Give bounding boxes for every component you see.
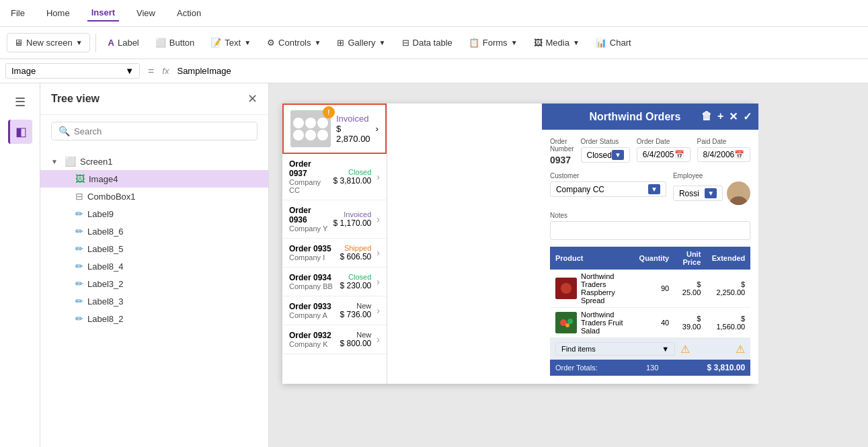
amount-3: $ 230.00	[340, 281, 372, 290]
new-screen-button[interactable]: 🖥 New screen ▼	[7, 33, 90, 52]
tree-content: ▼ ⬜ Screen1 🖼 Image4 ⊟ ComboBox1 ✏ Label…	[40, 147, 268, 447]
chart-label: Chart	[610, 38, 631, 48]
detail-header-actions: 🗑 + ✕ ✓	[701, 110, 752, 123]
employee-input[interactable]: Rossi ▼	[673, 186, 723, 201]
tree-item-label9[interactable]: ✏ Label9	[40, 205, 268, 222]
tree-item-label8-6[interactable]: ✏ Label8_6	[40, 222, 268, 240]
controls-button[interactable]: ⚙ Controls ▼	[260, 34, 327, 52]
product-thumb-1	[555, 312, 577, 333]
gallery-button[interactable]: ⊞ Gallery ▼	[330, 34, 392, 52]
label-icon-8-4: ✏	[75, 261, 83, 272]
label-icon: A	[108, 38, 114, 48]
main-layout: ☰ ◧ Tree view ✕ 🔍 ▼ ⬜ Screen1 🖼 Image4	[0, 83, 868, 447]
amount-4: $ 736.00	[340, 310, 372, 319]
find-items-dropdown[interactable]: Find items ▼	[555, 342, 675, 356]
label8-2-label: Label8_2	[87, 314, 124, 324]
tree-item-label3-2[interactable]: ✏ Label3_2	[40, 275, 268, 292]
gallery-item-3[interactable]: Order 0934 Company BB Closed $ 230.00 ›	[282, 268, 387, 296]
order-date-value: 6/4/2005	[643, 150, 674, 159]
close-action-icon[interactable]: ✕	[729, 110, 738, 123]
forms-button[interactable]: 📋 Forms ▼	[462, 34, 524, 52]
controls-chevron-icon: ▼	[315, 39, 321, 46]
employee-label: Employee	[673, 172, 750, 179]
col-extended: Extended	[706, 247, 750, 270]
order-date-input[interactable]: 6/4/2005 📅	[637, 147, 691, 162]
menu-insert[interactable]: Insert	[87, 5, 119, 22]
company-2: Company I	[289, 253, 335, 261]
order-date-label: Order Date	[637, 138, 691, 145]
first-item-amount: $ 2,870.00	[336, 124, 370, 144]
menu-home[interactable]: Home	[42, 5, 74, 21]
label-label: Label	[118, 38, 139, 48]
menu-view[interactable]: View	[132, 5, 159, 21]
order-num-4: Order 0933	[289, 302, 335, 311]
order-info-2: Order 0935 Company I	[289, 244, 335, 261]
tree-close-button[interactable]: ✕	[247, 91, 258, 106]
new-screen-label: New screen	[26, 38, 73, 48]
label-button[interactable]: A Label	[102, 34, 146, 52]
add-icon[interactable]: +	[717, 110, 723, 123]
paid-date-calendar-icon: 📅	[734, 150, 744, 159]
text-button[interactable]: 📝 Text ▼	[204, 34, 258, 52]
tree-item-label8-2[interactable]: ✏ Label8_2	[40, 310, 268, 327]
formula-dropdown[interactable]: Image ▼	[5, 63, 140, 79]
amount-2: $ 606.50	[340, 252, 372, 261]
search-box: 🔍	[51, 122, 258, 140]
combobox-icon: ⊟	[75, 191, 83, 202]
monitor-icon: 🖥	[14, 38, 23, 48]
form-row-1: Order Number 0937 Order Status Closed ▼	[550, 138, 750, 165]
menu-action[interactable]: Action	[173, 5, 205, 21]
gallery-item-4[interactable]: Order 0933 Company A New $ 736.00 ›	[282, 296, 387, 325]
chart-button[interactable]: 📊 Chart	[589, 34, 638, 52]
totals-amount: $ 3,810.00	[707, 363, 746, 372]
order-status-input[interactable]: Closed ▼	[581, 147, 630, 163]
sidebar-menu-icon[interactable]: ☰	[8, 90, 32, 114]
tree-item-label8-5[interactable]: ✏ Label8_5	[40, 240, 268, 257]
image-placeholder: !	[290, 110, 331, 147]
gallery-item-2[interactable]: Order 0935 Company I Shipped $ 606.50 ›	[282, 239, 387, 268]
data-table-button[interactable]: ⊟ Data table	[395, 34, 459, 52]
notes-input[interactable]	[550, 221, 750, 240]
order-right-2: Shipped $ 606.50	[340, 244, 372, 261]
product-row-1: Northwind Traders Fruit Salad 40 $ 39.00…	[550, 308, 750, 338]
gallery-first-item[interactable]: ! Invoiced $ 2,870.00 ›	[282, 104, 387, 154]
tree-item-screen1[interactable]: ▼ ⬜ Screen1	[40, 153, 268, 170]
delete-icon[interactable]: 🗑	[701, 110, 712, 123]
product-img-1	[555, 312, 577, 333]
menu-file[interactable]: File	[7, 5, 29, 21]
chevron-5: ›	[377, 334, 380, 345]
sidebar-layers-icon[interactable]: ◧	[8, 120, 32, 144]
status-4: New	[340, 302, 372, 310]
button-button[interactable]: ⬜ Button	[149, 34, 202, 52]
company-5: Company K	[289, 340, 335, 348]
gallery-item-1[interactable]: Order 0936 Company Y Invoiced $ 1,170.00…	[282, 200, 387, 239]
gallery-item-5[interactable]: Order 0932 Company K New $ 800.00 ›	[282, 325, 387, 354]
media-label: Media	[546, 38, 569, 48]
find-items-chevron: ▼	[662, 345, 669, 353]
chevron-2: ›	[377, 247, 380, 258]
order-right-4: New $ 736.00	[340, 302, 372, 319]
tree-item-label8-3[interactable]: ✏ Label8_3	[40, 292, 268, 310]
customer-group: Customer Company CC ▼	[550, 172, 666, 205]
status-0: Closed	[333, 168, 372, 176]
paid-date-input[interactable]: 8/4/2006 📅	[697, 147, 751, 162]
svg-point-0	[734, 184, 744, 195]
search-input[interactable]	[74, 126, 250, 136]
amount-5: $ 800.00	[340, 339, 372, 348]
customer-input[interactable]: Company CC ▼	[550, 181, 666, 197]
gallery-item-0[interactable]: Order 0937 Company CC Closed $ 3,810.00 …	[282, 154, 387, 200]
gallery-label: Gallery	[348, 38, 375, 48]
totals-row: Order Totals: 130 $ 3,810.00	[550, 360, 750, 376]
status-2: Shipped	[340, 244, 372, 252]
formula-input[interactable]	[173, 65, 863, 77]
check-icon[interactable]: ✓	[743, 110, 752, 123]
media-button[interactable]: 🖼 Media ▼	[527, 34, 586, 52]
status-5: New	[340, 331, 372, 339]
tree-item-combobox1[interactable]: ⊟ ComboBox1	[40, 188, 268, 205]
paid-date-group: Paid Date 8/4/2006 📅	[697, 138, 751, 165]
order-num-3: Order 0934	[289, 273, 335, 282]
label3-2-label: Label3_2	[87, 279, 124, 289]
tree-item-image4[interactable]: 🖼 Image4	[40, 170, 268, 188]
data-table-icon: ⊟	[402, 38, 409, 48]
tree-item-label8-4[interactable]: ✏ Label8_4	[40, 257, 268, 275]
